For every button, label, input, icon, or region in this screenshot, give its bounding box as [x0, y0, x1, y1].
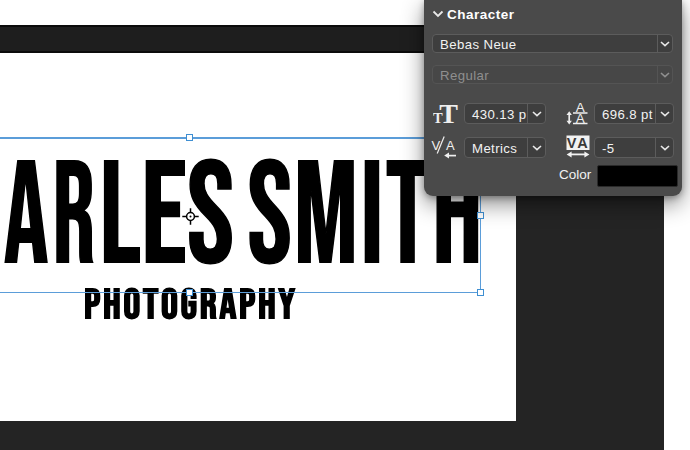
svg-text:V: V [567, 135, 577, 151]
svg-text:A: A [577, 135, 588, 151]
svg-text:T: T [439, 102, 458, 125]
svg-text:A: A [446, 138, 455, 153]
